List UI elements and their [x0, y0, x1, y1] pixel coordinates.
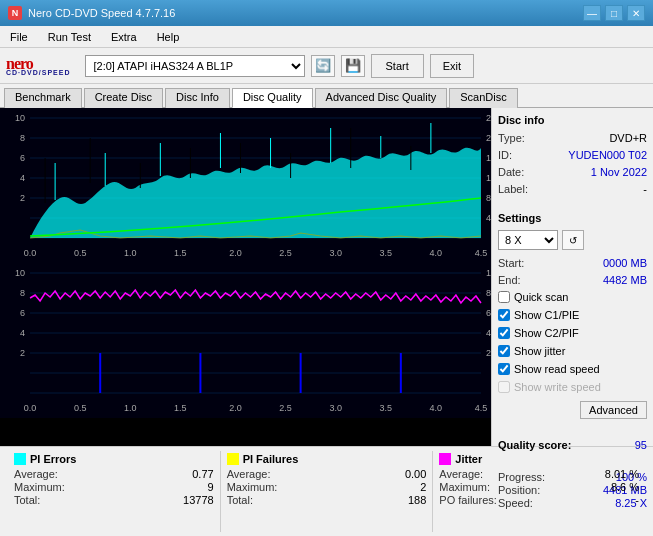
speed-select[interactable]: 8 X: [498, 230, 558, 250]
close-button[interactable]: ✕: [627, 5, 645, 21]
pi-failures-max-label: Maximum:: [227, 481, 278, 493]
svg-text:6: 6: [486, 308, 491, 318]
po-failures-value: -: [635, 494, 639, 506]
maximize-button[interactable]: □: [605, 5, 623, 21]
pi-errors-total-label: Total:: [14, 494, 40, 506]
save-button[interactable]: 💾: [341, 55, 365, 77]
toolbar: nero CD·DVD/SPEED [2:0] ATAPI iHAS324 A …: [0, 48, 653, 84]
nero-logo-subtitle: CD·DVD/SPEED: [6, 69, 71, 76]
jitter-avg-label: Average:: [439, 468, 483, 480]
jitter-max-row: Maximum: 8.6 %: [439, 481, 639, 493]
show-read-speed-label: Show read speed: [514, 363, 600, 375]
drive-select[interactable]: [2:0] ATAPI iHAS324 A BL1P: [85, 55, 305, 77]
svg-text:2: 2: [20, 193, 25, 203]
bottom-stats: PI Errors Average: 0.77 Maximum: 9 Total…: [0, 446, 653, 536]
svg-text:3.0: 3.0: [329, 403, 342, 413]
tab-bar: Benchmark Create Disc Disc Info Disc Qua…: [0, 84, 653, 108]
show-write-speed-label: Show write speed: [514, 381, 601, 393]
svg-text:2.0: 2.0: [229, 248, 242, 258]
menu-help[interactable]: Help: [151, 29, 186, 45]
minimize-button[interactable]: —: [583, 5, 601, 21]
disc-info-title: Disc info: [498, 114, 647, 126]
svg-text:2.5: 2.5: [279, 403, 292, 413]
svg-text:4.0: 4.0: [430, 248, 443, 258]
jitter-label: Jitter: [455, 453, 482, 465]
svg-text:4.5: 4.5: [475, 403, 488, 413]
nero-logo: nero CD·DVD/SPEED: [6, 55, 71, 76]
menu-file[interactable]: File: [4, 29, 34, 45]
svg-text:0.5: 0.5: [74, 248, 87, 258]
svg-text:0.0: 0.0: [24, 248, 37, 258]
show-write-speed-row: Show write speed: [498, 381, 647, 393]
show-c1pie-checkbox[interactable]: [498, 309, 510, 321]
disc-id-row: ID: YUDEN000 T02: [498, 149, 647, 161]
svg-text:12: 12: [486, 173, 491, 183]
menu-run-test[interactable]: Run Test: [42, 29, 97, 45]
show-write-speed-checkbox[interactable]: [498, 381, 510, 393]
pi-errors-header: PI Errors: [14, 453, 214, 465]
svg-text:1.5: 1.5: [174, 403, 187, 413]
disc-label-value: -: [643, 183, 647, 195]
pi-failures-max-row: Maximum: 2: [227, 481, 427, 493]
start-row: Start: 0000 MB: [498, 257, 647, 269]
svg-text:10: 10: [15, 113, 25, 123]
show-c2pif-row: Show C2/PIF: [498, 327, 647, 339]
show-jitter-checkbox[interactable]: [498, 345, 510, 357]
pi-failures-avg-label: Average:: [227, 468, 271, 480]
pi-errors-label: PI Errors: [30, 453, 76, 465]
svg-text:4.0: 4.0: [430, 403, 443, 413]
show-c2pif-checkbox[interactable]: [498, 327, 510, 339]
tab-create-disc[interactable]: Create Disc: [84, 88, 163, 108]
show-c2pif-label: Show C2/PIF: [514, 327, 579, 339]
svg-text:16: 16: [486, 153, 491, 163]
speed-row: 8 X ↺: [498, 230, 647, 250]
svg-text:20: 20: [486, 133, 491, 143]
tab-scan-disc[interactable]: ScanDisc: [449, 88, 517, 108]
quality-score-label: Quality score:: [498, 439, 571, 451]
tab-disc-info[interactable]: Disc Info: [165, 88, 230, 108]
svg-text:6: 6: [20, 308, 25, 318]
advanced-button[interactable]: Advanced: [580, 401, 647, 419]
pi-errors-color: [14, 453, 26, 465]
pi-failures-avg-row: Average: 0.00: [227, 468, 427, 480]
svg-text:3.0: 3.0: [329, 248, 342, 258]
menu-bar: File Run Test Extra Help: [0, 26, 653, 48]
svg-text:10: 10: [486, 268, 491, 278]
jitter-avg-value: 8.01 %: [605, 468, 639, 480]
svg-text:4: 4: [486, 213, 491, 223]
start-value: 0000 MB: [603, 257, 647, 269]
tab-disc-quality[interactable]: Disc Quality: [232, 88, 313, 108]
jitter-max-value: 8.6 %: [611, 481, 639, 493]
start-button[interactable]: Start: [371, 54, 424, 78]
svg-text:4: 4: [20, 173, 25, 183]
pi-failures-total-value: 188: [408, 494, 426, 506]
quick-scan-checkbox[interactable]: [498, 291, 510, 303]
quality-score-row: Quality score: 95: [498, 439, 647, 451]
pi-errors-group: PI Errors Average: 0.77 Maximum: 9 Total…: [8, 451, 221, 532]
speed-refresh-button[interactable]: ↺: [562, 230, 584, 250]
svg-text:2.5: 2.5: [279, 248, 292, 258]
svg-text:2: 2: [20, 348, 25, 358]
disc-type-label: Type:: [498, 132, 525, 144]
po-failures-label: PO failures:: [439, 494, 496, 506]
quality-score-value: 95: [635, 439, 647, 451]
disc-id-value: YUDEN000 T02: [568, 149, 647, 161]
jitter-max-label: Maximum:: [439, 481, 490, 493]
disc-date-value: 1 Nov 2022: [591, 166, 647, 178]
refresh-button[interactable]: 🔄: [311, 55, 335, 77]
show-read-speed-checkbox[interactable]: [498, 363, 510, 375]
svg-text:0.0: 0.0: [24, 403, 37, 413]
chart-area: 10 8 6 4 2 24 20 16 12 8 4: [0, 108, 491, 446]
exit-button[interactable]: Exit: [430, 54, 474, 78]
svg-text:10: 10: [15, 268, 25, 278]
svg-text:2.0: 2.0: [229, 403, 242, 413]
main-content: 10 8 6 4 2 24 20 16 12 8 4: [0, 108, 653, 446]
menu-extra[interactable]: Extra: [105, 29, 143, 45]
title-bar: N Nero CD-DVD Speed 4.7.7.16 — □ ✕: [0, 0, 653, 26]
pi-failures-color: [227, 453, 239, 465]
show-c1pie-label: Show C1/PIE: [514, 309, 579, 321]
tab-advanced-disc-quality[interactable]: Advanced Disc Quality: [315, 88, 448, 108]
svg-text:8: 8: [486, 193, 491, 203]
tab-benchmark[interactable]: Benchmark: [4, 88, 82, 108]
svg-text:8: 8: [486, 288, 491, 298]
